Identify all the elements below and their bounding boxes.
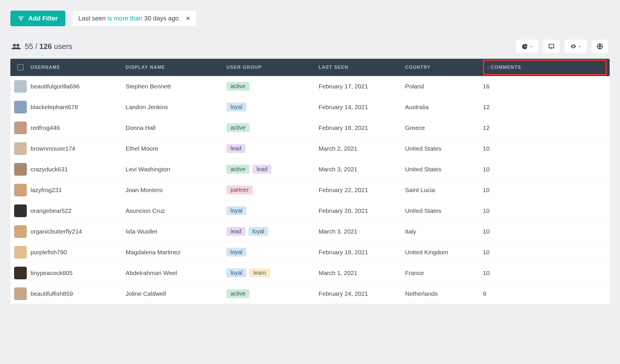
table-row[interactable]: brownmouse174Ethel MooreleadMarch 2, 202… — [10, 138, 610, 159]
select-all-checkbox[interactable] — [17, 64, 24, 71]
cell-comments: 9 — [483, 290, 610, 297]
table-row[interactable]: beautifulfish859Joline CaldwellactiveFeb… — [10, 283, 610, 304]
table-row[interactable]: redfrog446Donna HallactiveFebruary 18, 2… — [10, 117, 610, 138]
add-filter-button[interactable]: Add Filter — [10, 11, 65, 26]
cell-last-seen: February 17, 2021 — [319, 83, 405, 90]
cell-last-seen: February 24, 2021 — [319, 290, 405, 297]
summary-row: 55 / 126 users ▼ ▼ — [10, 39, 610, 54]
cell-last-seen: February 22, 2021 — [319, 187, 405, 194]
table-row[interactable]: organicbutterfly214Iida Wuolletleadloyal… — [10, 221, 610, 242]
filter-operator: is more than — [107, 15, 142, 22]
cell-comments: 12 — [483, 104, 610, 111]
export-icon — [548, 43, 555, 50]
globe-icon — [597, 43, 603, 50]
add-filter-label: Add Filter — [28, 15, 58, 22]
cell-username: lazyfrog231 — [31, 187, 126, 194]
cell-username: orangebear522 — [31, 207, 126, 214]
col-header-user-group[interactable]: USER GROUP — [226, 65, 319, 70]
tag-loyal: loyal — [226, 103, 246, 111]
table-row[interactable]: beautifulgorilla696Stephen Bennettactive… — [10, 76, 610, 97]
cell-comments: 10 — [483, 270, 610, 276]
cell-comments: 12 — [483, 124, 610, 131]
cell-display-name: Levi Washington — [126, 166, 226, 173]
svg-rect-2 — [20, 20, 22, 21]
avatar — [14, 184, 27, 196]
cell-user-group: active — [226, 289, 319, 298]
cell-username: organicbutterfly214 — [31, 228, 126, 235]
visibility-button[interactable]: ▼ — [564, 39, 587, 54]
table-row[interactable]: purplefish790Magdalena MartinezloyalFebr… — [10, 242, 610, 263]
globe-button[interactable] — [591, 39, 608, 54]
cell-user-group: active — [226, 123, 319, 132]
avatar — [14, 287, 27, 300]
cell-user-group: partner — [226, 185, 319, 194]
cell-last-seen: February 18, 2021 — [319, 124, 405, 131]
filter-icon — [18, 15, 24, 22]
cell-display-name: Landon Jenkins — [126, 104, 226, 111]
export-button[interactable] — [543, 39, 560, 54]
cell-country: Italy — [405, 228, 483, 235]
cell-display-name: Ethel Moore — [126, 145, 226, 152]
table-row[interactable]: orangebear522Asuncion CruzloyalFebruary … — [10, 200, 610, 221]
chevron-down-icon: ▼ — [578, 45, 581, 48]
chevron-down-icon: ▼ — [530, 45, 533, 48]
eye-icon — [570, 43, 576, 50]
cell-display-name: Iida Wuollet — [126, 228, 226, 235]
table-row[interactable]: lazyfrog231Joan MonteropartnerFebruary 2… — [10, 180, 610, 200]
cell-comments: 10 — [483, 166, 610, 173]
cell-username: beautifulgorilla696 — [31, 83, 126, 90]
tag-active: active — [226, 82, 249, 91]
col-header-display-name[interactable]: DISPLAY NAME — [126, 65, 226, 70]
user-count: 55 / 126 users — [12, 42, 72, 51]
cell-last-seen: March 3, 2021 — [319, 228, 405, 235]
cell-username: blackelephant678 — [31, 104, 126, 111]
cell-display-name: Stephen Bennett — [126, 83, 226, 90]
tag-active: active — [226, 123, 249, 132]
remove-filter-icon[interactable]: ✕ — [186, 15, 190, 22]
cell-user-group: loyal — [226, 103, 319, 111]
tag-partner: partner — [226, 185, 253, 194]
tag-loyal: loyal — [226, 206, 246, 215]
cell-display-name: Magdalena Martinez — [126, 249, 226, 256]
avatar — [14, 225, 27, 238]
cell-country: France — [405, 270, 483, 276]
pie-chart-icon — [522, 43, 528, 50]
tag-loyal: loyal — [248, 227, 268, 236]
cell-country: United Kingdom — [405, 249, 483, 256]
count-total: 126 — [39, 42, 52, 51]
cell-user-group: lead — [226, 144, 319, 153]
cell-user-group: loyal — [226, 206, 319, 215]
cell-country: Greece — [405, 124, 483, 131]
svg-point-3 — [13, 44, 16, 47]
table-row[interactable]: crazyduck631Levi WashingtonactiveleadMar… — [10, 159, 610, 180]
filter-chip[interactable]: Last seen is more than 30 days ago ✕ — [72, 10, 197, 26]
avatar — [14, 246, 27, 259]
table-row[interactable]: tinypeacock605Abdelrahman WeelloyalteamM… — [10, 263, 610, 283]
chart-button[interactable]: ▼ — [516, 39, 539, 54]
cell-display-name: Donna Hall — [126, 124, 226, 131]
cell-display-name: Asuncion Cruz — [126, 207, 226, 214]
svg-rect-5 — [551, 47, 552, 49]
cell-username: beautifulfish859 — [31, 290, 126, 297]
tag-lead: lead — [226, 227, 245, 236]
tag-loyal: loyal — [226, 268, 246, 277]
cell-comments: 16 — [483, 83, 610, 90]
col-header-country[interactable]: COUNTRY — [405, 65, 483, 70]
cell-username: redfrog446 — [31, 124, 126, 131]
avatar — [14, 142, 27, 155]
table-row[interactable]: blackelephant678Landon JenkinsloyalFebru… — [10, 97, 610, 117]
people-icon — [12, 43, 21, 50]
cell-comments: 10 — [483, 187, 610, 194]
cell-last-seen: March 2, 2021 — [319, 145, 405, 152]
avatar — [14, 267, 27, 279]
tag-active: active — [226, 289, 249, 298]
tag-lead: lead — [226, 144, 245, 153]
col-header-last-seen[interactable]: LAST SEEN — [319, 65, 405, 70]
col-header-comments[interactable]: ↓COMMENTS — [483, 60, 607, 75]
cell-country: United States — [405, 207, 483, 214]
cell-username: crazyduck631 — [31, 166, 126, 173]
cell-last-seen: February 20, 2021 — [319, 207, 405, 214]
cell-user-group: loyal — [226, 248, 319, 257]
col-header-username[interactable]: USERNAME — [31, 65, 126, 70]
cell-last-seen: March 1, 2021 — [319, 270, 405, 276]
